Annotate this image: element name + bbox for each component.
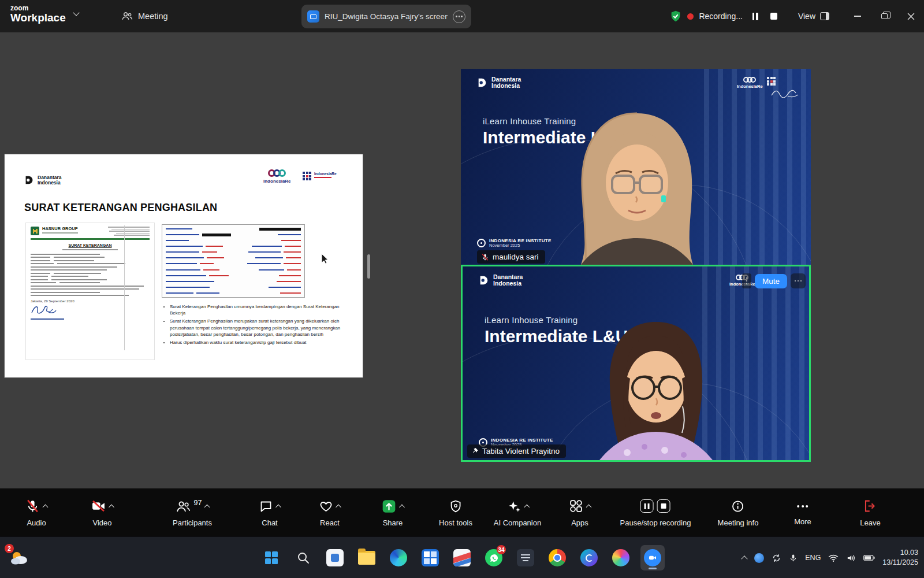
chevron-up-icon[interactable] (109, 505, 114, 510)
tab-options-icon[interactable] (453, 10, 465, 23)
titlebar: zoom Workplace Meeting RIU_Dwigita Octas… (0, 0, 924, 32)
chrome-button[interactable] (545, 545, 569, 570)
mute-participant-button[interactable]: Mute (755, 274, 787, 288)
view-label: View (798, 12, 815, 21)
shield-icon (449, 499, 463, 513)
battery-icon[interactable] (863, 554, 875, 561)
microsoft-store-button[interactable] (418, 545, 442, 570)
taskbar-clock[interactable]: 10.03 13/11/2025 (882, 548, 918, 568)
maximize-button[interactable] (871, 0, 897, 32)
bullet-item: Surat Keterangan Penghasilan merupakan s… (170, 318, 341, 338)
clock-date: 13/11/2025 (882, 558, 918, 568)
apps-button[interactable]: Apps (569, 488, 591, 536)
stop-recording-icon[interactable] (657, 499, 670, 513)
chevron-up-icon[interactable] (204, 505, 210, 510)
edge-browser-button[interactable] (386, 545, 411, 570)
tray-app-icon[interactable] (754, 553, 764, 563)
pause-recording-icon[interactable] (640, 499, 654, 513)
chevron-up-icon[interactable] (586, 505, 592, 510)
paint-icon (453, 549, 471, 566)
minimize-button[interactable] (844, 0, 871, 32)
ai-companion-button[interactable]: AI Companion (494, 488, 541, 536)
institute-icon (477, 239, 486, 247)
notepad-button[interactable] (513, 545, 538, 570)
danantara-label-2: Indonesia (493, 280, 523, 287)
tile-more-button[interactable] (791, 273, 806, 288)
close-button[interactable] (897, 0, 924, 32)
chevron-up-icon[interactable] (336, 505, 341, 510)
apps-grid-icon (569, 499, 583, 513)
share-button[interactable]: Share (382, 488, 404, 536)
store-icon (422, 549, 439, 566)
camera-off-icon (91, 499, 106, 513)
meeting-tab-label: Meeting (138, 12, 168, 21)
letter-company-name: HASNUR GROUP (42, 227, 78, 231)
weather-widget[interactable]: 2 (6, 545, 32, 570)
share-screen-icon (382, 499, 397, 514)
pause-stop-recording-button[interactable]: Pause/stop recording (620, 488, 691, 536)
letter-body-lines (31, 254, 150, 297)
indonesia-re-label: IndonesiaRe (737, 84, 763, 89)
video-tile-maulidya-sari[interactable]: Danantara Indonesia IndonesiaRe iLearn I… (461, 69, 811, 265)
notification-badge: 2 (5, 544, 14, 553)
tray-chevron-up-icon[interactable] (742, 554, 747, 561)
participant-avatar (547, 109, 726, 265)
screen-share-tab[interactable]: RIU_Dwigita Octasya Fajry's screen (301, 5, 471, 28)
language-indicator[interactable]: ENG (805, 554, 821, 562)
meeting-info-button[interactable]: Meeting info (718, 488, 759, 536)
security-shield-icon[interactable] (669, 10, 682, 23)
close-icon (907, 13, 915, 20)
letter-heading: SURAT KETERANGAN (31, 243, 150, 247)
pause-recording-icon[interactable] (752, 13, 758, 20)
sync-icon[interactable] (772, 553, 781, 563)
windows-taskbar: 2 (0, 536, 924, 578)
leave-icon (863, 499, 877, 513)
start-button[interactable] (259, 545, 284, 570)
meeting-tab[interactable]: Meeting (121, 0, 168, 32)
search-button[interactable] (291, 545, 315, 570)
wifi-icon[interactable] (828, 554, 839, 562)
audio-button[interactable]: Audio (25, 488, 47, 536)
widgets-button[interactable] (323, 545, 347, 570)
zoom-icon (644, 549, 661, 566)
slide-title: SURAT KETERANGAN PENGHASILAN (24, 202, 217, 214)
stop-recording-icon[interactable] (770, 13, 777, 20)
shared-screen-slide: Danantara Indonesia IndonesiaRe Indonesi… (5, 154, 363, 377)
participant-name-tag: Tabita Violent Prayitno (467, 444, 566, 458)
recording-dot-icon (687, 13, 694, 20)
video-button[interactable]: Video (91, 488, 114, 536)
mic-muted-icon (481, 253, 489, 261)
chevron-up-icon[interactable] (399, 505, 405, 510)
notepad-icon (517, 549, 534, 566)
scrollbar-thumb[interactable] (367, 254, 370, 279)
view-button[interactable]: View (798, 12, 829, 21)
chat-button[interactable]: Chat (259, 488, 281, 536)
chevron-down-icon[interactable] (73, 10, 79, 16)
indonesia-re-label: IndonesiaRe (263, 179, 291, 184)
microphone-status-icon[interactable] (789, 553, 798, 563)
participants-button[interactable]: 97 Participants (173, 488, 212, 536)
institute-watermark: INDONESIA RE INSTITUTE November 2025 (477, 238, 552, 249)
video-tile-tabita-violent-prayitno[interactable]: Danantara Indonesia IndonesiaRe Mute iLe… (461, 265, 811, 462)
file-explorer-button[interactable] (355, 545, 379, 570)
host-tools-button[interactable]: Host tools (439, 488, 472, 536)
chevron-up-icon[interactable] (43, 505, 49, 510)
leave-button[interactable]: Leave (860, 488, 880, 536)
tile-options-icon[interactable] (742, 273, 751, 288)
photos-app-button[interactable] (609, 545, 633, 570)
zoom-workplace-logo[interactable]: zoom Workplace (10, 5, 79, 24)
zoom-app-button[interactable] (640, 545, 665, 570)
canva-button[interactable] (577, 545, 601, 570)
zoom-meeting-window: zoom Workplace Meeting RIU_Dwigita Octas… (0, 0, 924, 578)
titlebar-controls: Recording... View (669, 0, 924, 32)
paint-app-button[interactable] (450, 545, 474, 570)
whatsapp-button[interactable]: 34 (482, 545, 506, 570)
more-ellipsis-icon (798, 499, 808, 513)
chevron-up-icon[interactable] (275, 505, 281, 510)
react-button[interactable]: React (319, 488, 341, 536)
more-button[interactable]: More (794, 488, 811, 536)
hasnur-logo-icon (31, 227, 39, 235)
letter-address-lines (108, 227, 150, 236)
volume-icon[interactable] (846, 554, 856, 562)
chevron-up-icon[interactable] (524, 505, 530, 510)
